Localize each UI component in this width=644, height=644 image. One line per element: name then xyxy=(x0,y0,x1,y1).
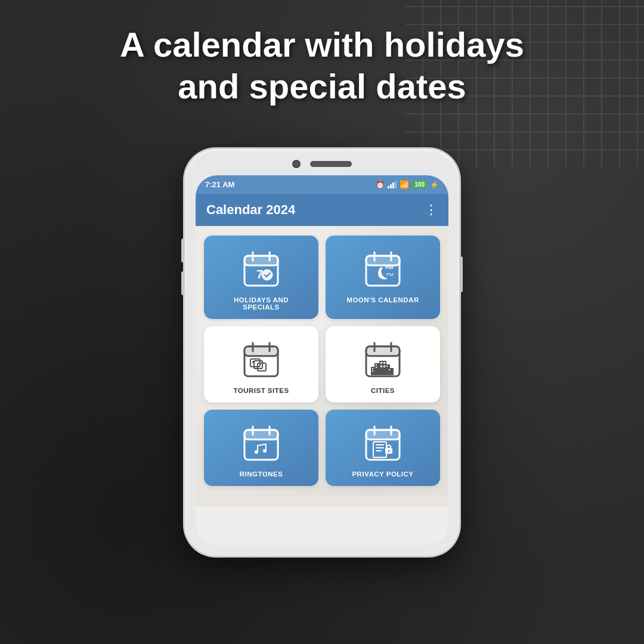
screen-bottom-padding xyxy=(196,496,448,506)
svg-rect-32 xyxy=(376,367,377,368)
headline: A calendar with holidays and special dat… xyxy=(0,24,644,107)
svg-rect-52 xyxy=(376,450,382,451)
battery-label: 100 xyxy=(412,181,427,188)
phone-speaker xyxy=(310,161,352,167)
alarm-icon: ⏰ xyxy=(376,181,385,189)
phone-screen: 7:21 AM ⏰ 📶 100 ⚡ Calendar 2024 ⋮ xyxy=(196,175,448,545)
ringtones-label: RINGTONES xyxy=(240,470,283,478)
holidays-icon: 7 xyxy=(240,247,283,290)
phone-body: 7:21 AM ⏰ 📶 100 ⚡ Calendar 2024 ⋮ xyxy=(185,149,459,556)
headline-line1: A calendar with holidays xyxy=(48,24,596,66)
phone-side-button-left-top xyxy=(181,239,184,262)
phone-side-button-right xyxy=(460,256,463,292)
status-bar: 7:21 AM ⏰ 📶 100 ⚡ xyxy=(196,175,448,194)
tourist-sites-icon xyxy=(240,338,283,381)
svg-rect-13 xyxy=(244,346,278,356)
tourist-sites-label: TOURIST SITES xyxy=(233,387,289,394)
app-header: Calendar 2024 ⋮ xyxy=(196,194,448,226)
svg-rect-38 xyxy=(389,369,390,370)
svg-rect-7 xyxy=(366,256,400,265)
phone-camera xyxy=(292,160,301,168)
svg-point-19 xyxy=(252,361,255,363)
svg-rect-36 xyxy=(383,366,385,367)
svg-point-44 xyxy=(263,449,267,453)
status-time: 7:21 AM xyxy=(205,180,234,189)
svg-rect-34 xyxy=(383,362,385,364)
svg-rect-51 xyxy=(376,447,384,448)
phone-side-button-left-bottom xyxy=(181,271,184,295)
phone-mockup: 7:21 AM ⏰ 📶 100 ⚡ Calendar 2024 ⋮ xyxy=(185,149,459,556)
menu-card-holidays[interactable]: 7 HOLIDAYS ANDSPECIALS xyxy=(204,236,318,319)
holidays-label: HOLIDAYS ANDSPECIALS xyxy=(234,296,289,311)
svg-text:RM: RM xyxy=(385,264,394,270)
svg-rect-46 xyxy=(366,430,400,439)
svg-rect-1 xyxy=(244,256,278,265)
wifi-icon: 📶 xyxy=(400,180,409,189)
menu-card-ringtones[interactable]: RINGTONES xyxy=(204,410,318,486)
svg-point-5 xyxy=(262,270,273,280)
signal-icon xyxy=(388,181,397,188)
ringtones-icon xyxy=(240,422,283,465)
headline-line2: and special dates xyxy=(48,66,596,107)
overflow-menu-button[interactable]: ⋮ xyxy=(425,202,438,218)
svg-rect-30 xyxy=(372,370,373,371)
moons-calendar-label: MOON'S CALENDAR xyxy=(346,296,419,304)
menu-card-moons-calendar[interactable]: RM PM MOON'S CALENDAR xyxy=(326,236,440,319)
privacy-policy-icon xyxy=(361,422,404,465)
svg-rect-37 xyxy=(386,366,388,367)
menu-card-privacy-policy[interactable]: PRIVACY POLICY xyxy=(326,410,440,486)
svg-text:PM: PM xyxy=(386,272,394,277)
cities-icon xyxy=(361,338,404,381)
svg-rect-28 xyxy=(389,368,394,375)
phone-notch-area xyxy=(196,160,448,168)
svg-rect-29 xyxy=(372,368,373,369)
svg-rect-50 xyxy=(376,444,384,445)
svg-rect-49 xyxy=(373,442,386,457)
svg-rect-40 xyxy=(244,430,278,439)
privacy-policy-label: PRIVACY POLICY xyxy=(352,470,413,478)
svg-rect-33 xyxy=(380,362,382,364)
moons-calendar-icon: RM PM xyxy=(361,247,404,290)
svg-rect-21 xyxy=(366,346,400,356)
cities-label: CITIES xyxy=(371,387,395,394)
svg-rect-35 xyxy=(380,366,382,367)
status-icons: ⏰ 📶 100 ⚡ xyxy=(376,180,439,189)
app-menu-grid: 7 HOLIDAYS ANDSPECIALS xyxy=(196,226,448,496)
bolt-icon: ⚡ xyxy=(430,181,439,189)
svg-rect-31 xyxy=(376,364,377,366)
app-title: Calendar 2024 xyxy=(206,202,295,218)
menu-card-tourist-sites[interactable]: TOURIST SITES xyxy=(204,326,318,402)
menu-card-cities[interactable]: CITIES xyxy=(326,326,440,402)
svg-point-54 xyxy=(388,450,390,452)
svg-point-43 xyxy=(255,450,258,454)
